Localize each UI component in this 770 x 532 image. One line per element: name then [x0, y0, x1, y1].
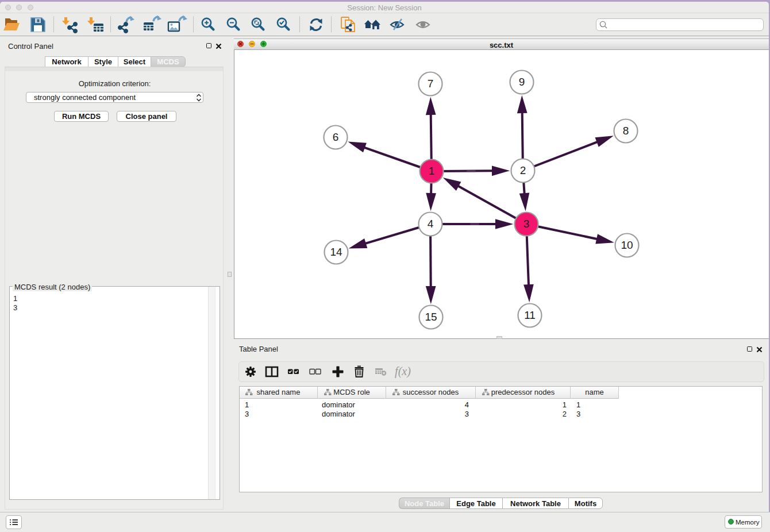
svg-text:4: 4 [428, 218, 434, 230]
svg-text:15: 15 [425, 311, 437, 323]
svg-text:2: 2 [520, 164, 526, 176]
svg-text:f(x): f(x) [395, 365, 411, 378]
svg-text:6: 6 [333, 131, 339, 143]
svg-text:7: 7 [428, 78, 434, 90]
svg-text:14: 14 [330, 246, 342, 258]
svg-text:1: 1 [429, 165, 435, 177]
svg-text:10: 10 [621, 239, 633, 251]
svg-text:8: 8 [623, 125, 629, 137]
svg-text:11: 11 [524, 309, 536, 321]
svg-text:9: 9 [519, 76, 525, 88]
svg-text:3: 3 [523, 218, 530, 230]
